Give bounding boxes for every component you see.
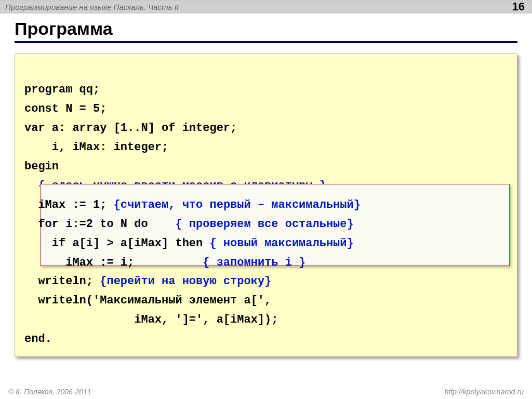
title-area: Программа: [0, 14, 532, 43]
code-line: end.: [24, 332, 52, 345]
code-line: iMax, ']=', a[iMax]);: [24, 313, 278, 326]
code-text: iMax := i;: [24, 256, 203, 269]
code-comment: { проверяем все остальные}: [175, 218, 353, 231]
code-line: const N = 5;: [24, 102, 107, 115]
footer-url: http://kpolyakov.narod.ru: [445, 388, 524, 396]
code-comment: {перейти на новую строку}: [100, 275, 271, 288]
slide: Программирование на языке Паскаль. Часть…: [0, 0, 532, 399]
code-line: var a: array [1..N] of integer;: [24, 122, 237, 135]
course-title: Программирование на языке Паскаль. Часть…: [5, 3, 179, 11]
code-comment: { запомнить i }: [203, 256, 305, 269]
code-comment: { новый максимальный}: [209, 237, 353, 250]
code-text: if a[i] > a[iMax] then: [24, 237, 209, 250]
code-text: iMax := 1;: [24, 198, 114, 211]
code-line: program qq;: [24, 83, 100, 96]
code-line: begin: [24, 160, 59, 173]
code-text: for i:=2 to N do: [24, 218, 175, 231]
code-indent: [24, 179, 38, 192]
code-comment: {считаем, что первый – максимальный}: [114, 198, 361, 211]
code-line: writeln('Максимальный элемент a[',: [24, 294, 271, 307]
code-comment: { здесь нужно ввести массив с клавиатуры…: [38, 179, 326, 192]
content-area: program qq; const N = 5; var a: array [1…: [0, 43, 532, 399]
code-text: writeln;: [24, 275, 100, 288]
page-number: 16: [512, 0, 525, 14]
footer: © К. Поляков, 2006-2011 http://kpolyakov…: [0, 388, 532, 396]
slide-title: Программа: [15, 19, 517, 39]
code-box: program qq; const N = 5; var a: array [1…: [15, 54, 517, 357]
copyright: © К. Поляков, 2006-2011: [8, 388, 91, 396]
top-bar: Программирование на языке Паскаль. Часть…: [0, 0, 532, 14]
code-line: i, iMax: integer;: [24, 141, 168, 154]
